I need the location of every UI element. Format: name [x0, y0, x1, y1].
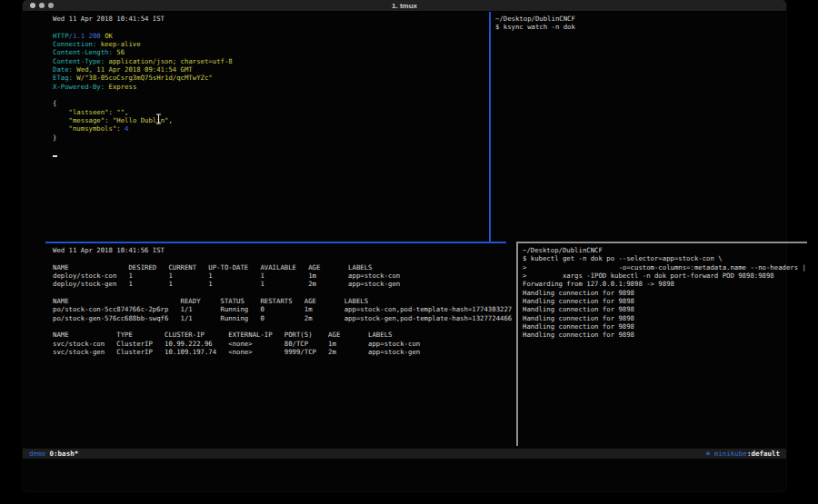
text-segment: OK — [105, 32, 113, 40]
terminal-line — [53, 23, 488, 31]
tmux-pane-port-forward[interactable]: ~/Desktop/DublinCNCF$ kubectl get -n dok… — [519, 243, 809, 445]
terminal-line: Connection: keep-alive — [53, 40, 488, 48]
text-segment: "numsymbols" — [53, 124, 116, 133]
terminal-line: ETag: W/"38-05coCsrg3mQ75sHr1d/qcMTwYZc" — [53, 74, 488, 82]
text-segment: keep-alive — [96, 40, 140, 48]
terminal-line — [53, 254, 515, 262]
terminal-line: NAME TYPE CLUSTER-IP EXTERNAL-IP PORT(S)… — [53, 331, 515, 339]
tmux-pane-kubectl-resources[interactable]: Wed 11 Apr 2018 10:41:56 IST NAME DESIRE… — [45, 243, 515, 445]
terminal-line: "lastseen": "", — [53, 108, 488, 116]
text-segment: W/"38-05coCsrg3mQ75sHr1d/qcMTwYZc" — [73, 74, 213, 82]
pane-divider-vertical[interactable] — [516, 242, 518, 446]
text-segment: "message" — [53, 116, 105, 124]
terminal-line: "numsymbols": 4 — [53, 124, 488, 133]
text-segment: : — [116, 124, 125, 133]
pane-divider-horizontal[interactable] — [516, 242, 807, 243]
terminal-line: Wed 11 Apr 2018 10:41:54 IST — [53, 15, 488, 23]
text-segment: Express — [105, 83, 136, 91]
terminal-line: deploy/stock-con 1 1 1 1 1m app=stock-co… — [53, 272, 515, 280]
terminal-line: Date: Wed, 11 Apr 2018 09:41:54 GMT — [53, 65, 488, 74]
status-left: demo 0:bash* — [29, 449, 78, 459]
kube-context: minikube — [714, 449, 747, 459]
active-pane-divider-vertical[interactable] — [489, 12, 491, 242]
text-segment: Content-Type: — [53, 57, 105, 65]
terminal-line: { — [53, 99, 488, 107]
active-pane-divider-horizontal[interactable] — [45, 242, 506, 243]
terminal-line: deploy/stock-gen 1 1 1 1 2m app=stock-ge… — [53, 280, 515, 288]
terminal-line: Handling connection for 9898 — [523, 289, 809, 297]
terminal-line: ~/Desktop/DublinCNCF — [495, 15, 809, 23]
text-segment: : — [109, 108, 117, 116]
terminal-line: Forwarding from 127.0.0.1:9898 -> 9898 — [523, 280, 809, 288]
terminal-line — [53, 142, 488, 150]
text-segment: HTTP — [53, 32, 69, 40]
terminal-line: X-Powered-By: Express — [53, 83, 488, 91]
terminal-line: Handling connection for 9898 — [523, 297, 809, 305]
terminal-line: NAME DESIRED CURRENT UP-TO-DATE AVAILABL… — [53, 263, 515, 272]
text-segment: Connection: — [53, 40, 96, 48]
text-segment: "" — [116, 108, 125, 116]
session-name[interactable]: demo — [29, 449, 45, 459]
terminal-line: po/stock-gen-576cc688bb-swqf6 1/1 Runnin… — [53, 314, 515, 322]
terminal-line: HTTP/1.1 200 OK — [53, 32, 488, 40]
mouse-cursor-ibeam-icon — [155, 114, 162, 124]
terminal-line — [53, 151, 488, 159]
tmux-status-bar: demo 0:bash* ☸ minikube :default — [23, 449, 786, 459]
terminal-line: Handling connection for 9898 — [523, 314, 809, 322]
text-segment: : — [105, 116, 113, 124]
terminal-line: NAME READY STATUS RESTARTS AGE LABELS — [53, 297, 515, 305]
terminal-line: $ ksync watch -n dok — [495, 23, 809, 31]
text-segment: 56 — [113, 48, 125, 56]
terminal-line: ~/Desktop/DublinCNCF — [523, 246, 809, 254]
text-segment: , — [125, 108, 128, 116]
window-tab-bash[interactable]: 0:bash* — [45, 449, 78, 459]
terminal-window: 1. tmux Wed 11 Apr 2018 10:41:54 IST HTT… — [23, 0, 786, 491]
text-segment: 4 — [125, 124, 128, 133]
text-segment: Content-Length: — [53, 48, 113, 56]
terminal-line: } — [53, 133, 488, 142]
terminal-line: Handling connection for 9898 — [523, 322, 809, 331]
window-titlebar[interactable]: 1. tmux — [23, 0, 786, 12]
desktop: 1. tmux Wed 11 Apr 2018 10:41:54 IST HTT… — [0, 0, 818, 504]
kubernetes-helm-icon: ☸ — [706, 449, 714, 459]
text-segment: "lastseen" — [53, 108, 109, 116]
terminal-line: svc/stock-con ClusterIP 10.99.222.96 <no… — [53, 340, 515, 348]
text-segment: , — [168, 116, 172, 124]
status-right: ☸ minikube :default — [706, 449, 780, 459]
text-segment: /1.1 200 — [69, 32, 105, 40]
terminal-line: Handling connection for 9898 — [523, 331, 809, 339]
kube-namespace: :default — [747, 449, 780, 459]
window-title: 1. tmux — [23, 1, 786, 11]
terminal-line: po/stock-con-5cc874766c-2p6rp 1/1 Runnin… — [53, 305, 515, 313]
terminal-line — [53, 289, 515, 297]
terminal-line: "message": "Hello Dublin", — [53, 116, 488, 124]
text-segment: application/json; charset=utf-8 — [105, 57, 233, 65]
tmux-pane-ksync[interactable]: ~/Desktop/DublinCNCF$ ksync watch -n dok — [492, 12, 809, 242]
terminal-line: Content-Type: application/json; charset=… — [53, 57, 488, 65]
terminal-line: Content-Length: 56 — [53, 48, 488, 56]
terminal-line: svc/stock-gen ClusterIP 10.109.197.74 <n… — [53, 348, 515, 356]
terminal-line — [53, 322, 515, 331]
text-segment: X-Powered-By: — [53, 83, 105, 91]
tmux-pane-http-response[interactable]: Wed 11 Apr 2018 10:41:54 IST HTTP/1.1 20… — [45, 12, 488, 242]
terminal-line: > xargs -IPOD kubectl -n dok port-forwar… — [523, 272, 809, 280]
terminal-line: > -o=custom-columns=:metadata.name --no-… — [523, 263, 809, 272]
text-segment: ETag: — [53, 74, 73, 82]
terminal-line — [53, 91, 488, 99]
text-segment: Date: — [53, 65, 73, 74]
terminal-line: $ kubectl get -n dok po --selector=app=s… — [523, 254, 809, 262]
terminal-line: Handling connection for 9898 — [523, 305, 809, 313]
text-segment: Wed, 11 Apr 2018 09:41:54 GMT — [73, 65, 193, 74]
terminal-line: Wed 11 Apr 2018 10:41:56 IST — [53, 246, 515, 254]
terminal-cursor — [53, 155, 57, 158]
